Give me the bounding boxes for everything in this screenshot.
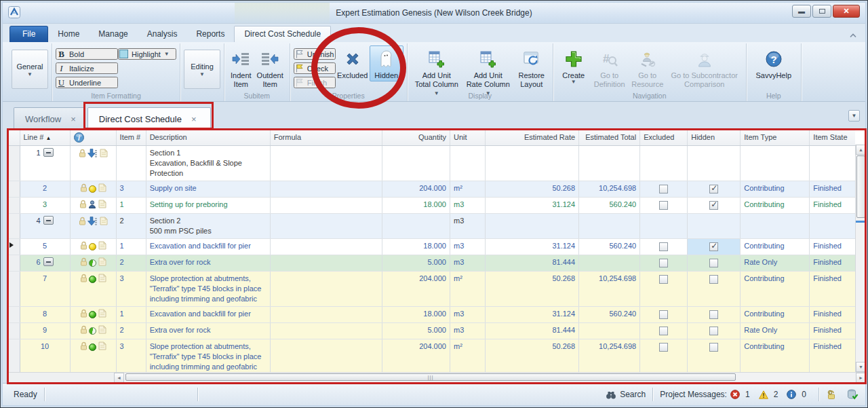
- cell-item-number[interactable]: 2: [116, 214, 146, 239]
- cell-formula[interactable]: [270, 307, 382, 323]
- go-to-definition-button[interactable]: # Go toDefinition: [591, 45, 629, 90]
- cell-unit[interactable]: m3: [450, 239, 485, 255]
- grid-row-1[interactable]: 1Section 1 Excavation, Backfill & Slope …: [9, 146, 855, 181]
- cell-excluded[interactable]: [640, 239, 688, 255]
- cell-line-number[interactable]: 4: [20, 214, 70, 239]
- cell-description[interactable]: Slope protection at abutments, "Terrafix…: [146, 339, 270, 375]
- col-header-quantity[interactable]: Quantity: [382, 130, 450, 146]
- unchecked-checkbox[interactable]: [709, 275, 718, 284]
- cell-estimated-total[interactable]: 10,254.698: [579, 181, 640, 198]
- cell-formula[interactable]: [270, 272, 382, 307]
- outdent-item-button[interactable]: OutdentItem: [254, 45, 286, 90]
- section-collapse-icon[interactable]: [43, 148, 54, 157]
- cell-estimated-total[interactable]: 560.240: [579, 198, 640, 214]
- cell-estimated-rate[interactable]: 81.444: [486, 323, 579, 339]
- cell-estimated-rate[interactable]: 31.124: [486, 307, 579, 323]
- cell-line-number[interactable]: 1: [20, 146, 70, 181]
- cell-quantity[interactable]: 18.000: [382, 239, 450, 255]
- cell-item-type[interactable]: Contributing: [741, 181, 810, 198]
- cell-hidden[interactable]: [688, 339, 741, 375]
- cell-description[interactable]: Section 2 500 mm PSC piles: [146, 214, 270, 239]
- cell-quantity[interactable]: 5.000: [382, 323, 450, 339]
- cell-description[interactable]: Slope protection at abutments, "Terrafix…: [146, 272, 270, 307]
- cell-hidden[interactable]: [688, 214, 741, 239]
- cell-quantity[interactable]: [382, 146, 450, 181]
- row-indicator-cell[interactable]: [9, 307, 20, 323]
- italicize-button[interactable]: IItalicize: [56, 62, 118, 74]
- check-button[interactable]: Check: [294, 62, 336, 74]
- horizontal-scrollbar[interactable]: ◄ ||| ►: [114, 372, 866, 383]
- cell-excluded[interactable]: [640, 214, 688, 239]
- cell-item-state[interactable]: Finished: [810, 307, 855, 323]
- title-bar[interactable]: Expert Estimation Genesis (New Wilson Cr…: [3, 3, 865, 24]
- cell-item-number[interactable]: 3: [116, 339, 146, 375]
- close-button[interactable]: ✕: [833, 5, 860, 18]
- cell-line-number[interactable]: 9: [20, 323, 70, 339]
- col-header-item[interactable]: Item #: [116, 130, 146, 146]
- add-unit-rate-column-button[interactable]: Add Unit Rate Column ▼: [462, 45, 514, 98]
- cell-formula[interactable]: [270, 255, 382, 272]
- cell-line-number[interactable]: 10: [20, 339, 70, 375]
- cell-item-type[interactable]: Rate Only: [741, 323, 810, 339]
- cell-excluded[interactable]: [640, 272, 688, 307]
- cell-formula[interactable]: [270, 146, 382, 181]
- cell-status-icons[interactable]: [70, 339, 116, 375]
- unchecked-checkbox[interactable]: [659, 259, 668, 267]
- database-status-icon[interactable]: [847, 389, 859, 400]
- cell-item-type[interactable]: Contributing: [741, 272, 810, 307]
- cell-quantity[interactable]: 18.000: [382, 307, 450, 323]
- close-tab-icon[interactable]: ×: [71, 114, 76, 124]
- cell-item-state[interactable]: [810, 146, 855, 181]
- create-button[interactable]: Create▼: [557, 45, 591, 86]
- cell-quantity[interactable]: 5.000: [382, 255, 450, 272]
- cell-formula[interactable]: [270, 181, 382, 198]
- section-collapse-icon[interactable]: [43, 257, 54, 266]
- cell-item-number[interactable]: 1: [116, 198, 146, 214]
- ribbon-tab-reports[interactable]: Reports: [186, 26, 234, 42]
- cell-estimated-total[interactable]: 10,254.698: [579, 339, 640, 375]
- cell-unit[interactable]: m3: [450, 255, 485, 272]
- row-indicator-cell[interactable]: [9, 214, 20, 239]
- col-header-state[interactable]: Item State: [810, 130, 855, 146]
- row-indicator-cell[interactable]: [9, 198, 20, 214]
- checked-checkbox[interactable]: [709, 201, 718, 210]
- cell-description[interactable]: Extra over for rock: [146, 323, 270, 339]
- minimize-button[interactable]: ▬: [792, 5, 811, 18]
- cell-estimated-total[interactable]: [579, 255, 640, 272]
- cell-hidden[interactable]: [688, 272, 741, 307]
- cell-excluded[interactable]: [640, 323, 688, 339]
- cell-status-icons[interactable]: [70, 239, 116, 255]
- col-header-type[interactable]: Item Type: [741, 130, 810, 146]
- hidden-button[interactable]: Hidden: [370, 45, 403, 81]
- cell-item-state[interactable]: Finished: [810, 255, 855, 272]
- savvyhelp-button[interactable]: ? SavvyHelp: [750, 45, 797, 81]
- cell-unit[interactable]: [450, 146, 485, 181]
- cell-estimated-total[interactable]: [579, 146, 640, 181]
- cell-line-number[interactable]: 8: [20, 307, 70, 323]
- go-to-subcontractor-comparison-button[interactable]: Go to SubcontractorComparison: [667, 45, 743, 90]
- unchecked-checkbox[interactable]: [709, 343, 718, 352]
- cell-formula[interactable]: [270, 239, 382, 255]
- cell-item-state[interactable]: Finished: [810, 239, 855, 255]
- grid-row-3[interactable]: 31Setting up for preboring18.000m331.124…: [9, 198, 855, 214]
- general-button[interactable]: General▼: [12, 50, 48, 89]
- indent-item-button[interactable]: IndentItem: [228, 45, 254, 90]
- ribbon-tab-file[interactable]: File: [9, 26, 48, 42]
- cell-status-icons[interactable]: [70, 323, 116, 339]
- header-indicator[interactable]: [9, 130, 20, 146]
- cell-status-icons[interactable]: [70, 255, 116, 272]
- cell-status-icons[interactable]: [70, 181, 116, 198]
- row-indicator-cell[interactable]: [9, 239, 20, 255]
- cell-item-state[interactable]: Finished: [810, 198, 855, 214]
- col-header-total[interactable]: Estimated Total: [579, 130, 640, 146]
- cell-hidden[interactable]: [688, 255, 741, 272]
- cell-estimated-total[interactable]: 560.240: [579, 307, 640, 323]
- cell-item-number[interactable]: 2: [116, 323, 146, 339]
- cell-quantity[interactable]: 204.000: [382, 339, 450, 375]
- unchecked-checkbox[interactable]: [709, 327, 718, 335]
- maximize-button[interactable]: [812, 5, 831, 18]
- cell-description[interactable]: Setting up for preboring: [146, 198, 270, 214]
- grid-row-2[interactable]: 23Supply on site204.000m²50.26810,254.69…: [9, 181, 855, 198]
- scroll-left-icon[interactable]: ◄: [114, 373, 124, 383]
- col-header-line[interactable]: Line # ▲: [20, 130, 70, 146]
